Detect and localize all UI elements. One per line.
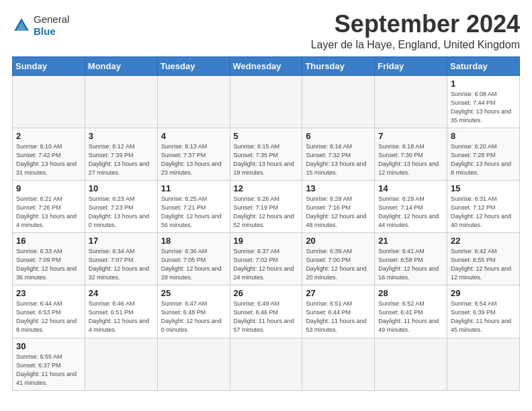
calendar-week-4: 16Sunrise: 6:33 AMSunset: 7:09 PMDayligh…	[13, 233, 520, 285]
day-number: 1	[451, 79, 516, 89]
day-info: Sunrise: 6:29 AMSunset: 7:14 PMDaylight:…	[378, 195, 443, 230]
calendar-cell	[157, 75, 230, 128]
day-info: Sunrise: 6:36 AMSunset: 7:05 PMDaylight:…	[161, 247, 226, 282]
day-info: Sunrise: 6:18 AMSunset: 7:30 PMDaylight:…	[378, 142, 443, 177]
calendar-cell: 13Sunrise: 6:28 AMSunset: 7:16 PMDayligh…	[302, 180, 375, 232]
calendar-cell: 24Sunrise: 6:46 AMSunset: 6:51 PMDayligh…	[85, 285, 157, 338]
day-info: Sunrise: 6:42 AMSunset: 6:55 PMDaylight:…	[451, 247, 516, 282]
calendar-cell	[447, 338, 520, 390]
day-number: 15	[451, 183, 516, 193]
day-number: 19	[234, 236, 299, 246]
day-number: 18	[161, 236, 226, 246]
day-number: 28	[378, 288, 443, 298]
day-number: 10	[89, 183, 154, 193]
calendar-cell	[85, 75, 157, 128]
calendar-week-6: 30Sunrise: 6:55 AMSunset: 6:37 PMDayligh…	[13, 338, 520, 390]
day-info: Sunrise: 6:10 AMSunset: 7:42 PMDaylight:…	[16, 142, 81, 177]
calendar-cell: 20Sunrise: 6:39 AMSunset: 7:00 PMDayligh…	[302, 233, 375, 285]
day-number: 27	[306, 288, 371, 298]
page-container: General Blue September 2024 Layer de la …	[0, 0, 532, 398]
day-number: 12	[234, 183, 299, 193]
day-number: 2	[16, 131, 81, 141]
day-number: 11	[161, 183, 226, 193]
calendar-cell: 26Sunrise: 6:49 AMSunset: 6:46 PMDayligh…	[230, 285, 302, 338]
header-row: General Blue September 2024 Layer de la …	[12, 11, 520, 51]
title-block: September 2024 Layer de la Haye, England…	[311, 11, 520, 51]
day-info: Sunrise: 6:08 AMSunset: 7:44 PMDaylight:…	[451, 90, 516, 125]
logo-icon	[12, 16, 31, 35]
calendar-cell: 8Sunrise: 6:20 AMSunset: 7:28 PMDaylight…	[447, 128, 520, 180]
day-number: 24	[89, 288, 154, 298]
logo-text: General Blue	[34, 13, 69, 38]
calendar-cell: 28Sunrise: 6:52 AMSunset: 6:41 PMDayligh…	[375, 285, 447, 338]
calendar-cell: 4Sunrise: 6:13 AMSunset: 7:37 PMDaylight…	[157, 128, 230, 180]
day-number: 30	[16, 341, 81, 351]
dow-header-sunday: Sunday	[13, 56, 85, 75]
day-info: Sunrise: 6:12 AMSunset: 7:39 PMDaylight:…	[89, 142, 154, 177]
day-info: Sunrise: 6:20 AMSunset: 7:28 PMDaylight:…	[451, 142, 516, 177]
dow-header-friday: Friday	[375, 56, 447, 75]
day-number: 21	[378, 236, 443, 246]
calendar-cell: 19Sunrise: 6:37 AMSunset: 7:02 PMDayligh…	[230, 233, 302, 285]
dow-header-tuesday: Tuesday	[157, 56, 230, 75]
calendar-body: 1Sunrise: 6:08 AMSunset: 7:44 PMDaylight…	[13, 75, 520, 390]
day-info: Sunrise: 6:51 AMSunset: 6:44 PMDaylight:…	[306, 300, 371, 334]
calendar-cell: 3Sunrise: 6:12 AMSunset: 7:39 PMDaylight…	[85, 128, 157, 180]
day-info: Sunrise: 6:31 AMSunset: 7:12 PMDaylight:…	[451, 195, 516, 230]
calendar-cell	[13, 75, 85, 128]
day-number: 23	[16, 288, 81, 298]
calendar-cell: 27Sunrise: 6:51 AMSunset: 6:44 PMDayligh…	[302, 285, 375, 338]
calendar-cell: 23Sunrise: 6:44 AMSunset: 6:53 PMDayligh…	[13, 285, 85, 338]
day-info: Sunrise: 6:41 AMSunset: 6:58 PMDaylight:…	[378, 247, 443, 282]
calendar-week-2: 2Sunrise: 6:10 AMSunset: 7:42 PMDaylight…	[13, 128, 520, 180]
day-info: Sunrise: 6:33 AMSunset: 7:09 PMDaylight:…	[16, 247, 81, 282]
dow-header-saturday: Saturday	[447, 56, 520, 75]
day-info: Sunrise: 6:54 AMSunset: 6:39 PMDaylight:…	[451, 300, 516, 334]
calendar-cell	[375, 75, 447, 128]
dow-header-monday: Monday	[85, 56, 157, 75]
dow-header-thursday: Thursday	[302, 56, 375, 75]
logo: General Blue	[12, 13, 69, 38]
calendar-cell: 6Sunrise: 6:16 AMSunset: 7:32 PMDaylight…	[302, 128, 375, 180]
calendar-cell: 11Sunrise: 6:25 AMSunset: 7:21 PMDayligh…	[157, 180, 230, 232]
day-number: 25	[161, 288, 226, 298]
calendar-cell: 9Sunrise: 6:21 AMSunset: 7:26 PMDaylight…	[13, 180, 85, 232]
location-title: Layer de la Haye, England, United Kingdo…	[311, 39, 520, 51]
calendar-cell	[85, 338, 157, 390]
day-number: 20	[306, 236, 371, 246]
logo-general: General	[34, 13, 69, 26]
day-number: 14	[378, 183, 443, 193]
day-info: Sunrise: 6:26 AMSunset: 7:19 PMDaylight:…	[234, 195, 299, 230]
month-title: September 2024	[311, 11, 520, 38]
day-info: Sunrise: 6:25 AMSunset: 7:21 PMDaylight:…	[161, 195, 226, 230]
day-number: 29	[451, 288, 516, 298]
calendar-cell: 10Sunrise: 6:23 AMSunset: 7:23 PMDayligh…	[85, 180, 157, 232]
day-number: 16	[16, 236, 81, 246]
day-number: 3	[89, 131, 154, 141]
day-number: 6	[306, 131, 371, 141]
calendar-cell: 1Sunrise: 6:08 AMSunset: 7:44 PMDaylight…	[447, 75, 520, 128]
day-number: 26	[234, 288, 299, 298]
day-number: 17	[89, 236, 154, 246]
day-info: Sunrise: 6:28 AMSunset: 7:16 PMDaylight:…	[306, 195, 371, 230]
calendar-cell: 5Sunrise: 6:15 AMSunset: 7:35 PMDaylight…	[230, 128, 302, 180]
day-info: Sunrise: 6:15 AMSunset: 7:35 PMDaylight:…	[234, 142, 299, 177]
days-of-week-row: SundayMondayTuesdayWednesdayThursdayFrid…	[13, 56, 520, 75]
calendar-table: SundayMondayTuesdayWednesdayThursdayFrid…	[12, 56, 520, 391]
dow-header-wednesday: Wednesday	[230, 56, 302, 75]
calendar-cell: 18Sunrise: 6:36 AMSunset: 7:05 PMDayligh…	[157, 233, 230, 285]
calendar-cell: 30Sunrise: 6:55 AMSunset: 6:37 PMDayligh…	[13, 338, 85, 390]
calendar-cell: 22Sunrise: 6:42 AMSunset: 6:55 PMDayligh…	[447, 233, 520, 285]
calendar-cell: 15Sunrise: 6:31 AMSunset: 7:12 PMDayligh…	[447, 180, 520, 232]
day-info: Sunrise: 6:55 AMSunset: 6:37 PMDaylight:…	[16, 353, 81, 387]
calendar-cell: 16Sunrise: 6:33 AMSunset: 7:09 PMDayligh…	[13, 233, 85, 285]
day-number: 8	[451, 131, 516, 141]
calendar-cell: 12Sunrise: 6:26 AMSunset: 7:19 PMDayligh…	[230, 180, 302, 232]
day-info: Sunrise: 6:23 AMSunset: 7:23 PMDaylight:…	[89, 195, 154, 230]
calendar-cell	[302, 75, 375, 128]
day-info: Sunrise: 6:39 AMSunset: 7:00 PMDaylight:…	[306, 247, 371, 282]
calendar-cell: 25Sunrise: 6:47 AMSunset: 6:48 PMDayligh…	[157, 285, 230, 338]
calendar-cell: 7Sunrise: 6:18 AMSunset: 7:30 PMDaylight…	[375, 128, 447, 180]
day-info: Sunrise: 6:44 AMSunset: 6:53 PMDaylight:…	[16, 300, 81, 334]
calendar-cell: 17Sunrise: 6:34 AMSunset: 7:07 PMDayligh…	[85, 233, 157, 285]
